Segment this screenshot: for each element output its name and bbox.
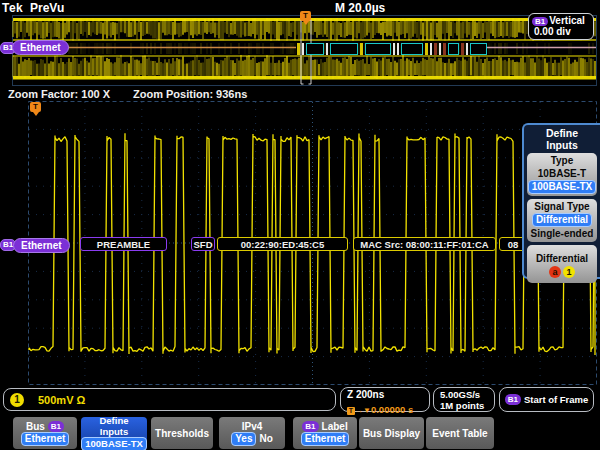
option-100base-tx[interactable]: 100BASE-TX [528,180,597,194]
menu-event-table-button[interactable]: Event Table [426,417,494,449]
differential-label: Differential [527,252,597,265]
option-differential[interactable]: Differential [532,213,592,227]
decode-bus-label[interactable]: Ethernet [13,238,70,253]
trigger-delay-value: 0.00000 s [371,404,413,415]
oscilloscope-screen: Tek PreVu M 20.0µs B1 Ethernet T B1Verti… [0,0,600,450]
menu-thresholds-button[interactable]: Thresholds [151,417,213,449]
menu-event-table-label: Event Table [432,428,487,439]
vertical-badge: B1Vertical 0.00 div [528,13,594,40]
menu-bus-display-label: Bus Display [363,428,420,439]
menu-ipv4-button[interactable]: IPv4 YesNo [219,417,285,449]
trigger-delay-icon: T [347,407,355,415]
menu-ipv4-yes[interactable]: Yes [231,432,256,446]
decode-field-mac-src: MAC Src: 08:00:11:FF:01:CA [353,237,496,251]
decode-field-sfd: SFD [191,237,215,251]
menu-define-inputs-button[interactable]: Define Inputs 100BASE-TX [81,417,147,449]
menu-label-title: Label [322,421,348,432]
trigger-delay-arrow-icon: →▼ [355,406,371,415]
menu-bus-display-button[interactable]: Bus Display [359,417,424,449]
b1-badge-icon: B1 [302,421,318,432]
panel-title-line2: Inputs [524,139,600,151]
signal-type-label: Signal Type [527,200,597,213]
channel1-scale-readout: 500mV Ω [38,394,85,406]
vertical-badge-value: 0.00 div [532,26,593,37]
channel1-badge-icon: 1 [10,393,24,407]
trigger-level-icon[interactable]: T [30,102,41,112]
option-10base-t[interactable]: 10BASE-T [527,167,597,180]
menu-label-value: Ethernet [301,432,350,446]
channel-1-badge-icon: 1 [563,266,575,278]
menu-ipv4-title: IPv4 [242,421,263,432]
b1-badge-icon: B1 [532,17,548,26]
b1-badge-icon: B1 [505,394,521,405]
panel-title-line1: Define [524,127,600,139]
menu-define-value: 100BASE-TX [81,437,147,450]
channel-a-badge-icon: a [549,266,561,278]
menu-define-line2: Inputs [100,426,129,437]
overview-decoded-packets [296,42,488,55]
signal-type-section[interactable]: Signal Type Differential Single-ended [527,199,597,242]
option-single-ended[interactable]: Single-ended [527,227,597,240]
menu-bus-value: Ethernet [21,432,70,446]
define-inputs-panel: Define Inputs Type 10BASE-T 100BASE-TX S… [522,123,600,279]
channel1-readout-box: 1 500mV Ω [3,388,336,411]
type-section[interactable]: Type 10BASE-T 100BASE-TX [527,153,597,196]
acquisition-box: 5.00GS/s 1M points [433,387,495,412]
menu-define-line1: Define [99,415,128,426]
menu-ipv4-no[interactable]: No [259,433,272,444]
menu-thresholds-label: Thresholds [155,428,209,439]
zoom-scale-box: Z 200ns T→▼0.00000 s [340,387,430,412]
decode-field-mac-dest: 00:22:90:ED:45:C5 [217,237,348,251]
b1-badge-icon: B1 [48,421,64,432]
record-length-readout: 1M points [440,400,494,411]
vertical-badge-label: Vertical [549,15,585,26]
menu-bus-title: Bus [26,421,45,432]
menu-label-button[interactable]: B1Label Ethernet [293,417,357,449]
trigger-position-icon[interactable]: T [300,11,311,21]
differential-source-section[interactable]: Differential a1 [527,245,597,283]
decode-field-preamble: PREAMBLE [80,237,167,251]
bus-trigger-box: B1 Start of Frame [499,387,594,412]
menu-bus-button[interactable]: BusB1 Ethernet [13,417,77,449]
overview-bus-label[interactable]: Ethernet [12,40,69,55]
type-label: Type [527,154,597,167]
waveform-canvas [0,0,600,450]
bus-trigger-event: Start of Frame [524,394,588,405]
sample-rate-readout: 5.00GS/s [440,389,494,400]
